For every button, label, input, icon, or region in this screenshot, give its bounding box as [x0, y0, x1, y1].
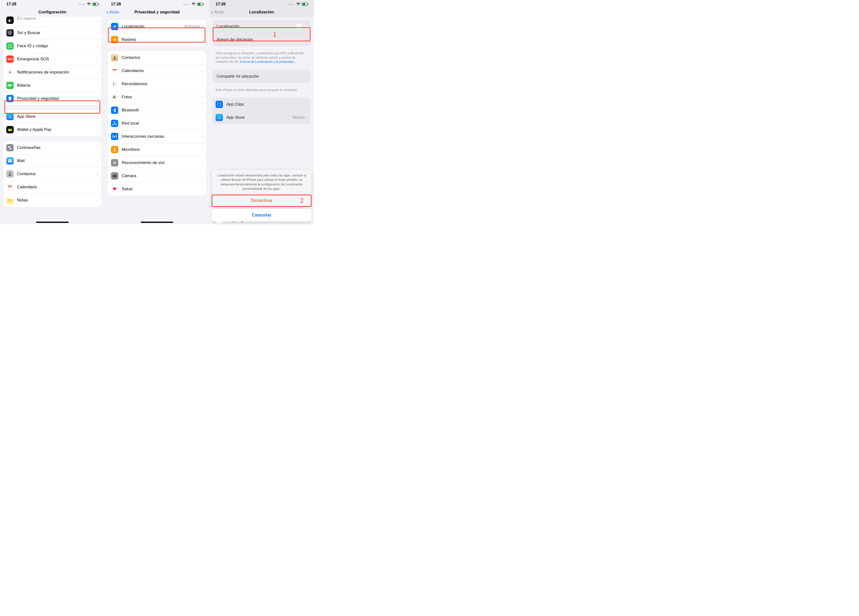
row-privacy[interactable]: Privacidad y seguridad ›: [3, 92, 101, 105]
row-calendar[interactable]: Calendario ›: [3, 181, 101, 193]
chevron-right-icon: ›: [97, 127, 98, 133]
page-title: Configuración: [38, 10, 66, 15]
chevron-right-icon: ›: [201, 37, 203, 42]
nav-bar: Configuración: [0, 7, 105, 17]
chevron-right-icon: ›: [97, 114, 98, 119]
row-localnet[interactable]: Red local ›: [108, 117, 206, 130]
svg-rect-2: [98, 4, 99, 5]
label: Notificaciones de exposición: [17, 70, 97, 75]
row-tracking[interactable]: Rastreo ›: [108, 33, 206, 46]
row-calendars[interactable]: Calendarios ›: [108, 64, 206, 77]
back-button[interactable]: ‹ Atrás: [211, 7, 224, 17]
row-bluetooth[interactable]: Bluetooth ›: [108, 104, 206, 117]
row-standby[interactable]: ◐ En espera ›: [3, 17, 101, 26]
row-appstore[interactable]: App Store ›: [3, 110, 101, 123]
status-icons: ●●●●: [79, 3, 99, 6]
network-icon: [111, 120, 118, 127]
wifi-icon: [296, 3, 300, 6]
chevron-right-icon: ›: [201, 24, 203, 29]
action-sheet: Localización estará desactivada para tod…: [212, 170, 311, 221]
label: Notas: [17, 198, 97, 203]
label: Red local: [122, 121, 201, 126]
chevron-right-icon: ›: [97, 198, 98, 203]
row-share-location[interactable]: Compartir mi ubicación ›: [213, 70, 311, 83]
row-contacts[interactable]: Contactos ›: [108, 51, 206, 64]
battery-icon: [302, 3, 309, 6]
status-icons: ●●●●: [288, 3, 309, 6]
label: App Store: [226, 115, 293, 120]
calendar-icon: [111, 67, 118, 75]
chevron-right-icon: ›: [201, 95, 203, 100]
label: Avisos de ubicación: [217, 37, 306, 42]
chevron-left-icon: ‹: [211, 9, 213, 15]
row-faceid[interactable]: Face ID y código ›: [3, 39, 101, 53]
svg-line-15: [8, 73, 9, 74]
row-appstore-loc[interactable]: App Store Nunca ›: [213, 111, 311, 124]
reminders-icon: [111, 80, 118, 87]
camera-icon: [111, 172, 118, 179]
row-exposure[interactable]: Notificaciones de exposición ›: [3, 65, 101, 79]
label: Calendario: [17, 185, 97, 190]
label: Calendarios: [122, 69, 201, 73]
row-health[interactable]: Salud ›: [108, 182, 206, 196]
label: Mail: [17, 158, 97, 163]
row-camera[interactable]: Cámara ›: [108, 169, 206, 182]
value: Nunca: [293, 115, 305, 120]
photos-icon: [111, 94, 118, 101]
row-appclips[interactable]: App Clips ›: [213, 98, 311, 111]
svg-point-24: [9, 173, 11, 174]
page-title: Localización: [249, 10, 274, 15]
home-indicator: [141, 221, 173, 223]
share-location-group: Compartir mi ubicación ›: [213, 70, 311, 83]
svg-rect-38: [203, 4, 204, 5]
cancel-button[interactable]: Cancelar: [212, 209, 311, 221]
cell-dots-icon: ●●●●: [79, 3, 86, 6]
chevron-right-icon: ›: [201, 173, 203, 179]
row-contacts-app[interactable]: Contactos ›: [3, 167, 101, 181]
learn-more-link[interactable]: Acerca de Localización y la privacidad..…: [240, 60, 296, 64]
row-sos[interactable]: SOS Emergencia SOS ›: [3, 53, 101, 65]
chevron-right-icon: ›: [201, 81, 203, 87]
svg-rect-29: [10, 187, 11, 187]
label: Privacidad y seguridad: [17, 96, 97, 101]
svg-point-55: [114, 122, 115, 123]
disable-button[interactable]: Desactivar: [212, 194, 311, 207]
svg-rect-62: [114, 175, 116, 175]
row-nearby[interactable]: Interacciones cercanas ›: [108, 130, 206, 143]
row-speech[interactable]: Reconocimiento de voz ›: [108, 156, 206, 169]
chevron-right-icon: ›: [97, 70, 98, 75]
faceid-icon: [6, 42, 14, 50]
chevron-right-icon: ›: [201, 160, 203, 165]
label: Contactos: [17, 172, 97, 176]
status-bar: 17:28 ●●●●: [105, 0, 209, 7]
row-location[interactable]: Localización Activado ›: [108, 20, 206, 33]
row-photos[interactable]: Fotos ›: [108, 90, 206, 104]
toggle-switch[interactable]: [295, 23, 308, 30]
microphone-icon: [111, 146, 118, 153]
status-time: 17:28: [111, 2, 121, 6]
contacts-icon: [111, 54, 118, 61]
row-mic[interactable]: Micrófono ›: [108, 143, 206, 156]
wifi-icon: [87, 3, 91, 6]
row-location-toggle[interactable]: Localización: [213, 20, 311, 33]
row-battery[interactable]: Batería ›: [3, 79, 101, 92]
back-label: Atrás: [214, 10, 224, 15]
home-indicator: [36, 221, 69, 223]
battery-icon: [6, 82, 14, 89]
row-reminders[interactable]: Recordatorios ›: [108, 77, 206, 90]
label: Recordatorios: [122, 81, 201, 86]
apps-location-group: App Clips › App Store Nunca ›: [213, 98, 311, 124]
row-location-alerts[interactable]: Avisos de ubicación ›: [213, 33, 311, 46]
row-mail[interactable]: Mail ›: [3, 154, 101, 167]
back-label: Atrás: [109, 10, 119, 15]
label: App Clips: [226, 102, 306, 107]
row-siri[interactable]: Siri y Buscar ›: [3, 26, 101, 39]
svg-point-58: [114, 136, 115, 137]
status-icons: ●●●●: [183, 3, 204, 6]
back-button[interactable]: ‹ Atrás: [106, 7, 119, 17]
row-notes[interactable]: Notas ›: [3, 193, 101, 207]
appstore-icon: [216, 114, 223, 121]
row-wallet[interactable]: Wallet y Apple Pay ›: [3, 123, 101, 136]
status-bar: 17:28 ●●●●: [209, 0, 314, 7]
row-passwords[interactable]: Contraseñas ›: [3, 141, 101, 154]
